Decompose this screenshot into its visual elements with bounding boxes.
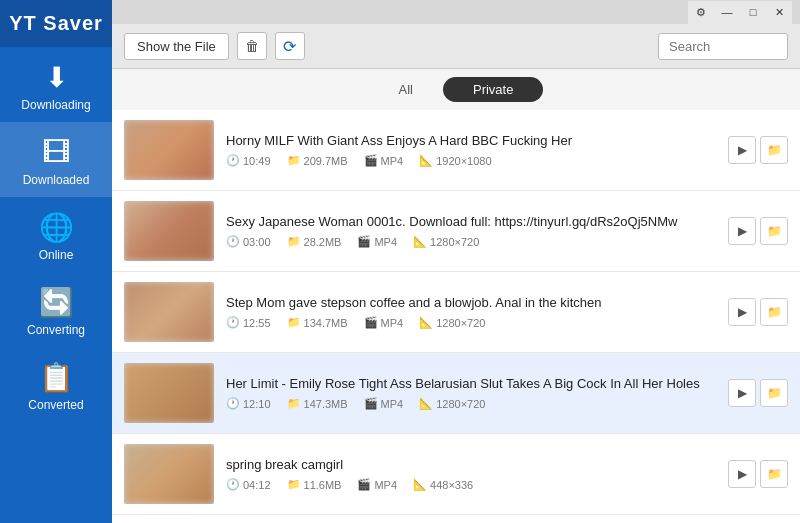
video-item-5[interactable]: spring break camgirl 🕐 04:12 📁 11.6MB 🎬 … [112, 434, 800, 515]
duration-value: 12:10 [243, 398, 271, 410]
video-title: spring break camgirl [226, 457, 716, 472]
video-meta: 🕐 10:49 📁 209.7MB 🎬 MP4 📐 1920×1080 [226, 154, 716, 167]
sidebar-item-converting[interactable]: 🔄 Converting [0, 272, 112, 347]
video-actions: ▶ 📁 [728, 460, 788, 488]
duration-meta: 🕐 04:12 [226, 478, 271, 491]
duration-value: 10:49 [243, 155, 271, 167]
video-actions: ▶ 📁 [728, 136, 788, 164]
play-button[interactable]: ▶ [728, 298, 756, 326]
gear-button[interactable]: ⚙ [688, 1, 714, 24]
duration-meta: 🕐 12:10 [226, 397, 271, 410]
play-button[interactable]: ▶ [728, 379, 756, 407]
folder-button[interactable]: 📁 [760, 298, 788, 326]
video-thumb [124, 444, 214, 504]
video-title: Step Mom gave stepson coffee and a blowj… [226, 295, 716, 310]
format-icon: 🎬 [364, 397, 378, 410]
video-thumb [124, 363, 214, 423]
size-meta: 📁 134.7MB [287, 316, 348, 329]
video-list: Horny MILF With Giant Ass Enjoys A Hard … [112, 110, 800, 523]
video-item-1[interactable]: Horny MILF With Giant Ass Enjoys A Hard … [112, 110, 800, 191]
list-icon: 📋 [39, 361, 74, 394]
video-meta: 🕐 12:10 📁 147.3MB 🎬 MP4 📐 1280×720 [226, 397, 716, 410]
sidebar-item-online[interactable]: 🌐 Online [0, 197, 112, 272]
tab-all[interactable]: All [369, 77, 443, 102]
video-info: Sexy Japanese Woman 0001c. Download full… [226, 214, 716, 248]
film-icon: 🎞 [42, 136, 70, 169]
toolbar-left: Show the File 🗑 ⟳ [124, 32, 305, 60]
resolution-value: 1280×720 [436, 398, 485, 410]
folder-button[interactable]: 📁 [760, 136, 788, 164]
video-actions: ▶ 📁 [728, 217, 788, 245]
maximize-button[interactable]: □ [740, 1, 766, 24]
resolution-meta: 📐 1280×720 [419, 316, 485, 329]
resolution-value: 1280×720 [436, 317, 485, 329]
format-meta: 🎬 MP4 [357, 235, 397, 248]
sidebar-label-downloaded: Downloaded [23, 173, 90, 187]
minimize-button[interactable]: — [714, 1, 740, 24]
delete-button[interactable]: 🗑 [237, 32, 267, 60]
resolution-meta: 📐 1280×720 [413, 235, 479, 248]
resolution-meta: 📐 1280×720 [419, 397, 485, 410]
convert-icon: 🔄 [39, 286, 74, 319]
resolution-icon: 📐 [413, 478, 427, 491]
toolbar: Show the File 🗑 ⟳ [112, 24, 800, 69]
size-value: 147.3MB [304, 398, 348, 410]
clock-icon: 🕐 [226, 154, 240, 167]
video-item-4[interactable]: Her Limit - Emily Rose Tight Ass Belarus… [112, 353, 800, 434]
size-value: 28.2MB [304, 236, 342, 248]
duration-value: 04:12 [243, 479, 271, 491]
folder-button[interactable]: 📁 [760, 379, 788, 407]
sidebar-item-downloading[interactable]: ⬇ Downloading [0, 47, 112, 122]
resolution-icon: 📐 [419, 154, 433, 167]
search-input[interactable] [658, 33, 788, 60]
sidebar-label-downloading: Downloading [21, 98, 90, 112]
file-icon: 📁 [287, 478, 301, 491]
refresh-button[interactable]: ⟳ [275, 32, 305, 60]
format-icon: 🎬 [357, 478, 371, 491]
format-meta: 🎬 MP4 [364, 397, 404, 410]
video-item-3[interactable]: Step Mom gave stepson coffee and a blowj… [112, 272, 800, 353]
main-content: ⚙ — □ ✕ Show the File 🗑 ⟳ All Private Ho… [112, 0, 800, 523]
video-meta: 🕐 12:55 📁 134.7MB 🎬 MP4 📐 1280×720 [226, 316, 716, 329]
sidebar-item-downloaded[interactable]: 🎞 Downloaded [0, 122, 112, 197]
resolution-icon: 📐 [419, 397, 433, 410]
size-meta: 📁 147.3MB [287, 397, 348, 410]
video-item-2[interactable]: Sexy Japanese Woman 0001c. Download full… [112, 191, 800, 272]
format-meta: 🎬 MP4 [357, 478, 397, 491]
resolution-value: 448×336 [430, 479, 473, 491]
video-title: Sexy Japanese Woman 0001c. Download full… [226, 214, 716, 229]
sidebar-label-converted: Converted [28, 398, 83, 412]
play-button[interactable]: ▶ [728, 217, 756, 245]
video-meta: 🕐 04:12 📁 11.6MB 🎬 MP4 📐 448×336 [226, 478, 716, 491]
file-icon: 📁 [287, 316, 301, 329]
size-value: 134.7MB [304, 317, 348, 329]
tabs-bar: All Private [112, 69, 800, 110]
show-file-button[interactable]: Show the File [124, 33, 229, 60]
video-title: Horny MILF With Giant Ass Enjoys A Hard … [226, 133, 716, 148]
size-value: 11.6MB [304, 479, 342, 491]
duration-meta: 🕐 12:55 [226, 316, 271, 329]
video-info: Step Mom gave stepson coffee and a blowj… [226, 295, 716, 329]
resolution-icon: 📐 [413, 235, 427, 248]
video-item-6[interactable]: Sex Craved Skinny Brunette Bridgette Amo… [112, 515, 800, 523]
app-logo: YT Saver [0, 0, 112, 47]
folder-button[interactable]: 📁 [760, 217, 788, 245]
tab-private[interactable]: Private [443, 77, 543, 102]
duration-value: 12:55 [243, 317, 271, 329]
sidebar-label-online: Online [39, 248, 74, 262]
format-value: MP4 [381, 155, 404, 167]
sidebar-label-converting: Converting [27, 323, 85, 337]
sidebar-item-converted[interactable]: 📋 Converted [0, 347, 112, 422]
folder-button[interactable]: 📁 [760, 460, 788, 488]
play-button[interactable]: ▶ [728, 136, 756, 164]
video-info: Her Limit - Emily Rose Tight Ass Belarus… [226, 376, 716, 410]
video-actions: ▶ 📁 [728, 379, 788, 407]
video-thumb [124, 282, 214, 342]
resolution-meta: 📐 448×336 [413, 478, 473, 491]
format-meta: 🎬 MP4 [364, 154, 404, 167]
close-button[interactable]: ✕ [766, 1, 792, 24]
resolution-icon: 📐 [419, 316, 433, 329]
resolution-meta: 📐 1920×1080 [419, 154, 491, 167]
format-icon: 🎬 [364, 316, 378, 329]
play-button[interactable]: ▶ [728, 460, 756, 488]
